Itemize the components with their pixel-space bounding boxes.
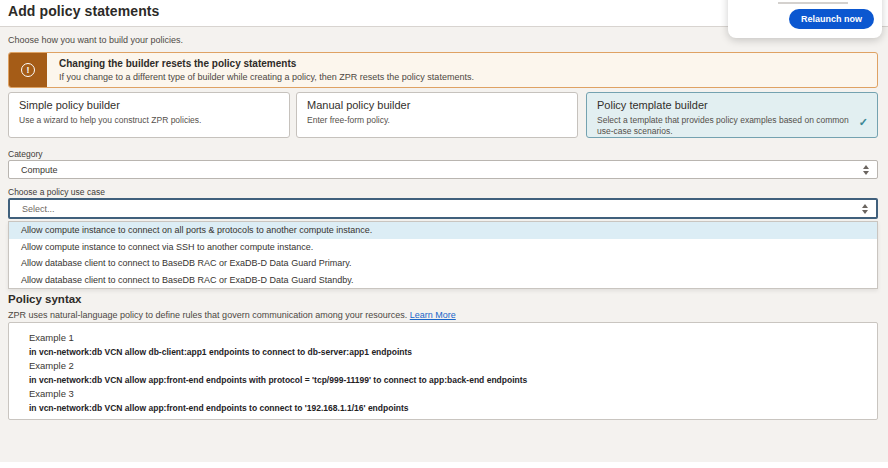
- use-case-label: Choose a policy use case: [8, 187, 105, 197]
- example-code: in vcn-network:db VCN allow db-client:ap…: [29, 347, 867, 357]
- builder-card-template[interactable]: Policy template builder Select a templat…: [586, 92, 878, 138]
- banner-title: Changing the builder resets the policy s…: [59, 58, 474, 69]
- category-label: Category: [8, 149, 43, 159]
- card-title: Policy template builder: [597, 99, 851, 111]
- page-title: Add policy statements: [8, 3, 159, 19]
- warning-banner: ! Changing the builder resets the policy…: [8, 52, 878, 88]
- use-case-option[interactable]: Allow database client to connect to Base…: [9, 255, 877, 272]
- use-case-option[interactable]: Allow compute instance to connect via SS…: [9, 239, 877, 256]
- card-description: Use a wizard to help you construct ZPR p…: [19, 115, 279, 126]
- warning-icon: !: [9, 53, 47, 87]
- builder-card-simple[interactable]: Simple policy builder Use a wizard to he…: [8, 92, 290, 138]
- policy-syntax-heading: Policy syntax: [8, 293, 82, 305]
- use-case-option[interactable]: Allow compute instance to connect on all…: [9, 222, 877, 239]
- example-label: Example 2: [29, 360, 867, 371]
- relaunch-button[interactable]: Relaunch now: [789, 9, 874, 29]
- card-title: Simple policy builder: [19, 99, 279, 111]
- learn-more-link[interactable]: Learn More: [410, 310, 456, 320]
- policy-syntax-description: ZPR uses natural-language policy to defi…: [8, 310, 456, 320]
- category-select-value: Compute: [9, 165, 58, 175]
- page: Add policy statements Choose how you wan…: [0, 0, 888, 468]
- use-case-option[interactable]: Allow database client to connect to Base…: [9, 272, 877, 289]
- example-label: Example 1: [29, 332, 867, 343]
- builder-card-manual[interactable]: Manual policy builder Enter free-form po…: [296, 92, 578, 138]
- examples-box: Example 1 in vcn-network:db VCN allow db…: [8, 322, 878, 420]
- banner-description: If you change to a different type of bui…: [59, 72, 474, 82]
- chevron-up-icon: [862, 204, 868, 208]
- use-case-select[interactable]: Select...: [8, 198, 878, 219]
- relaunch-popup: Relaunch now: [728, 0, 882, 38]
- chevron-down-icon: [863, 171, 869, 175]
- chevron-down-icon: [862, 210, 868, 214]
- builder-section: Choose how you want to build your polici…: [0, 27, 888, 462]
- popup-clipped-text: [778, 2, 848, 4]
- selected-check-icon: ✓: [859, 116, 868, 129]
- example-label: Example 3: [29, 388, 867, 399]
- policy-syntax-description-text: ZPR uses natural-language policy to defi…: [8, 310, 407, 320]
- card-description: Enter free-form policy.: [307, 115, 567, 126]
- card-description: Select a template that provides policy e…: [597, 115, 851, 136]
- example-code: in vcn-network:db VCN allow app:front-en…: [29, 375, 867, 385]
- chevron-up-icon: [863, 165, 869, 169]
- use-case-options-list: Allow compute instance to connect on all…: [8, 221, 878, 289]
- warning-banner-body: Changing the builder resets the policy s…: [47, 53, 484, 87]
- exclamation-circle-icon: !: [21, 63, 35, 77]
- category-select[interactable]: Compute: [8, 160, 878, 179]
- select-stepper-icon: [863, 165, 869, 175]
- use-case-select-value: Select...: [10, 204, 55, 214]
- card-title: Manual policy builder: [307, 99, 567, 111]
- intro-text: Choose how you want to build your polici…: [8, 35, 183, 45]
- select-stepper-icon: [862, 204, 868, 214]
- example-code: in vcn-network:db VCN allow app:front-en…: [29, 403, 867, 413]
